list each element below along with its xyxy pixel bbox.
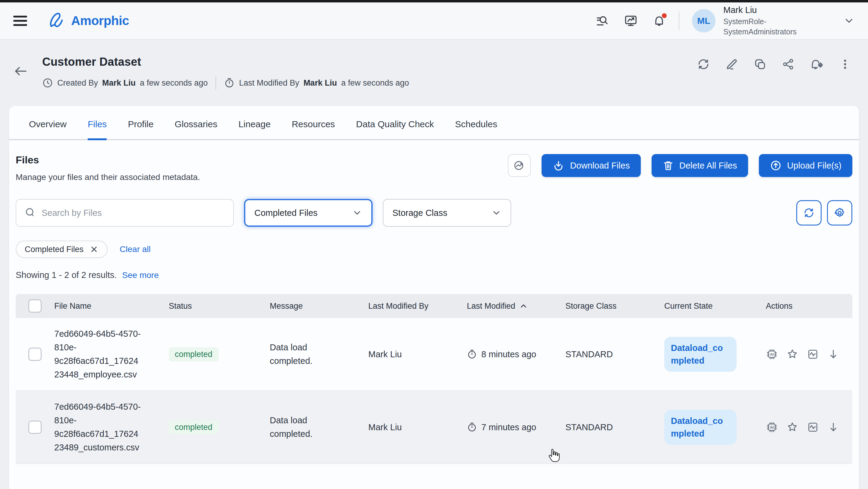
page-title: Customer Dataset xyxy=(42,56,409,68)
chip-close-icon[interactable] xyxy=(90,245,98,254)
created-time: a few seconds ago xyxy=(140,79,208,88)
download-file-icon[interactable] xyxy=(827,348,839,360)
tab-overview[interactable]: Overview xyxy=(29,119,67,140)
user-name: Mark Liu xyxy=(723,5,804,15)
last-modified-by: Mark Liu xyxy=(368,413,467,441)
search-input[interactable] xyxy=(41,208,225,218)
col-status[interactable]: Status xyxy=(169,302,270,311)
data-explorer-icon xyxy=(513,159,526,172)
col-last-modified-by[interactable]: Last Modified By xyxy=(368,302,467,311)
col-message[interactable]: Message xyxy=(270,302,368,311)
global-search-icon[interactable] xyxy=(595,14,610,28)
tab-data-quality-check[interactable]: Data Quality Check xyxy=(356,119,434,140)
tab-lineage[interactable]: Lineage xyxy=(239,119,271,140)
ai-metadata-icon[interactable]: AI xyxy=(766,421,778,433)
message: Data load completed. xyxy=(270,341,330,368)
back-arrow-icon[interactable] xyxy=(13,65,28,90)
divider xyxy=(679,11,679,30)
reload-icon xyxy=(803,207,815,219)
storage-class: STANDARD xyxy=(565,413,664,441)
select-all-checkbox[interactable] xyxy=(28,299,41,313)
more-menu-icon[interactable] xyxy=(839,58,851,71)
favorite-star-icon[interactable] xyxy=(786,348,798,360)
favorite-star-icon[interactable] xyxy=(786,421,798,433)
page-header: Customer Dataset Created By Mark Liu a f… xyxy=(0,40,868,90)
search-icon xyxy=(24,207,36,219)
col-actions: Actions xyxy=(766,302,852,311)
tab-schedules[interactable]: Schedules xyxy=(455,119,497,140)
alert-settings-icon[interactable] xyxy=(809,57,824,71)
file-activity-icon[interactable] xyxy=(807,421,819,433)
file-name[interactable]: 7ed66049-64b5-4570-810e-9c28f6ac67d1_176… xyxy=(54,400,142,454)
col-storage-class[interactable]: Storage Class xyxy=(565,302,664,311)
download-files-button[interactable]: Download Files xyxy=(541,154,641,177)
status-filter-select[interactable]: Completed Files xyxy=(244,199,373,227)
amorphic-logo-text: Amorphic xyxy=(71,13,129,28)
edit-icon[interactable] xyxy=(725,58,738,71)
row-actions: AI xyxy=(766,412,852,442)
upload-files-button[interactable]: Upload File(s) xyxy=(759,154,852,177)
data-explorer-button[interactable] xyxy=(508,154,531,177)
files-table: File Name Status Message Last Modified B… xyxy=(16,294,852,464)
mouse-cursor xyxy=(547,448,561,463)
col-file-name[interactable]: File Name xyxy=(54,302,169,311)
notifications-icon[interactable] xyxy=(652,14,666,28)
files-section-subtitle: Manage your files and their associated m… xyxy=(16,173,200,182)
see-more-link[interactable]: See more xyxy=(122,270,158,280)
top-bar: Amorphic xyxy=(0,2,868,40)
hamburger-menu-icon[interactable] xyxy=(13,16,27,26)
reload-list-button[interactable] xyxy=(796,200,822,225)
amorphic-logo-mark xyxy=(49,12,68,29)
stopwatch-icon xyxy=(467,349,477,359)
table-row[interactable]: 7ed66049-64b5-4570-810e-9c28f6ac67d1_176… xyxy=(16,318,852,391)
modified-by-user: Mark Liu xyxy=(304,79,337,88)
user-block[interactable]: Mark Liu SystemRole-SystemAdministrators xyxy=(723,5,804,37)
tab-profile[interactable]: Profile xyxy=(128,119,153,140)
storage-class-select[interactable]: Storage Class xyxy=(383,199,511,227)
row-checkbox[interactable] xyxy=(28,421,41,434)
table-header: File Name Status Message Last Modified B… xyxy=(16,294,852,318)
row-actions: AI xyxy=(766,339,852,369)
file-name[interactable]: 7ed66049-64b5-4570-810e-9c28f6ac67d1_176… xyxy=(54,327,142,381)
clear-all-link[interactable]: Clear all xyxy=(120,245,151,254)
user-role: SystemRole-SystemAdministrators xyxy=(723,16,804,37)
applied-filter-chip[interactable]: Completed Files xyxy=(16,241,107,258)
created-by-meta: Created By Mark Liu a few seconds ago xyxy=(42,78,208,88)
amorphic-logo[interactable]: Amorphic xyxy=(49,12,129,29)
table-settings-button[interactable] xyxy=(827,200,852,225)
status-badge: completed xyxy=(169,420,218,434)
monitoring-icon[interactable] xyxy=(624,14,638,28)
file-activity-icon[interactable] xyxy=(807,348,819,360)
share-icon[interactable] xyxy=(782,58,795,70)
chevron-down-icon[interactable] xyxy=(843,15,855,27)
delete-all-files-button[interactable]: Delete All Files xyxy=(652,154,748,177)
message: Data load completed. xyxy=(270,414,330,441)
current-state-badge[interactable]: Dataload_completed xyxy=(664,337,737,372)
tab-glossaries[interactable]: Glossaries xyxy=(175,119,217,140)
table-row[interactable]: 7ed66049-64b5-4570-810e-9c28f6ac67d1_176… xyxy=(16,391,852,464)
row-checkbox[interactable] xyxy=(28,347,41,361)
tab-files[interactable]: Files xyxy=(88,119,107,140)
refresh-icon[interactable] xyxy=(697,58,710,71)
divider xyxy=(216,76,216,90)
modified-by-meta: Last Modified By Mark Liu a few seconds … xyxy=(224,78,409,88)
last-modified-by: Mark Liu xyxy=(368,340,467,368)
ai-metadata-icon[interactable]: AI xyxy=(766,348,778,360)
search-files-box[interactable] xyxy=(16,199,234,227)
created-by-user: Mark Liu xyxy=(102,79,135,88)
col-current-state[interactable]: Current State xyxy=(664,302,766,311)
last-modified: 8 minutes ago xyxy=(467,340,565,368)
col-last-modified[interactable]: Last Modified xyxy=(467,302,565,311)
chevron-down-icon xyxy=(352,208,362,218)
last-modified: 7 minutes ago xyxy=(467,413,565,441)
files-section-title: Files xyxy=(16,154,200,166)
current-state-badge[interactable]: Dataload_completed xyxy=(664,410,737,445)
stopwatch-icon xyxy=(467,422,477,432)
avatar[interactable]: ML xyxy=(692,9,715,33)
upload-icon xyxy=(770,159,782,172)
notification-badge xyxy=(662,13,667,18)
tab-resources[interactable]: Resources xyxy=(292,119,335,140)
clone-icon[interactable] xyxy=(753,58,767,71)
status-badge: completed xyxy=(169,347,218,362)
download-file-icon[interactable] xyxy=(827,421,839,433)
